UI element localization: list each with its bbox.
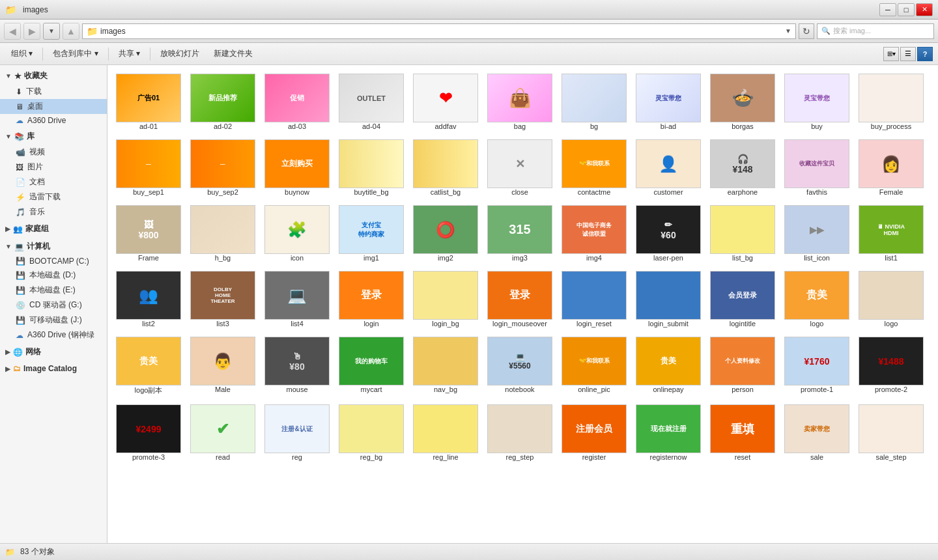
file-item[interactable]: 贵美onlinepay	[632, 333, 704, 399]
file-item[interactable]: 卖家带您sale	[781, 401, 853, 464]
file-item[interactable]: 我的购物车mycart	[335, 333, 407, 399]
up-button[interactable]: ▲	[63, 23, 79, 40]
sidebar-item-drive-e[interactable]: 💾 本地磁盘 (E:)	[0, 283, 107, 298]
file-item[interactable]: ❤addfav	[410, 70, 481, 133]
forward-button[interactable]: ▶	[23, 23, 40, 40]
sidebar-item-drive-g[interactable]: 💿 CD 驱动器 (G:)	[0, 298, 107, 313]
file-item[interactable]: 🤝和我联系contactme	[558, 136, 630, 199]
sidebar-item-xunlei[interactable]: ⚡ 迅雷下载	[0, 189, 107, 204]
file-item[interactable]: reg_step	[484, 401, 556, 464]
file-item[interactable]: sale_step	[855, 401, 927, 464]
file-item[interactable]: 个人资料修改person	[707, 333, 778, 399]
file-item[interactable]: h_bg	[187, 202, 259, 265]
file-item[interactable]: ✔read	[187, 401, 259, 464]
file-item[interactable]: 重填reset	[707, 401, 778, 464]
file-item[interactable]: logo	[855, 268, 927, 331]
sidebar-header-imagecatalog[interactable]: ▶ 🗂 Image Catalog	[0, 361, 107, 376]
file-item[interactable]: login_reset	[558, 268, 630, 331]
search-bar[interactable]: 🔍 搜索 imag...	[817, 23, 934, 39]
sidebar-header-network[interactable]: ▶ 🌐 网络	[0, 344, 107, 360]
file-item[interactable]: 👤customer	[632, 136, 704, 199]
file-item[interactable]: buytitle_bg	[335, 136, 407, 199]
maximize-button[interactable]: □	[898, 3, 915, 16]
file-item[interactable]: 🖼 ¥800Frame	[113, 202, 184, 265]
file-item[interactable]: ▶▶list_icon	[781, 202, 853, 265]
file-item[interactable]: ⭕img2	[410, 202, 481, 265]
sidebar-header-favorites[interactable]: ▼ ★ 收藏夹	[0, 68, 107, 84]
sidebar-item-drive-c[interactable]: 💾 BOOTCAMP (C:)	[0, 255, 107, 268]
file-item[interactable]: list_bg	[707, 202, 778, 265]
file-item[interactable]: 现在就注册registernow	[632, 401, 704, 464]
sidebar-item-downloads[interactable]: ⬇ 下载	[0, 84, 107, 99]
file-item[interactable]: nav_bg	[410, 333, 481, 399]
file-item[interactable]: 会员登录logintitle	[707, 268, 778, 331]
sidebar-item-videos[interactable]: 📹 视频	[0, 145, 107, 160]
share-button[interactable]: 共享 ▾	[113, 46, 146, 63]
view-help-btn[interactable]: ?	[917, 47, 933, 61]
file-item[interactable]: bg	[558, 70, 630, 133]
file-item[interactable]: 🎧 ¥148earphone	[707, 136, 778, 199]
minimize-button[interactable]: ─	[879, 3, 896, 16]
file-item[interactable]: 登录login_mouseover	[484, 268, 556, 331]
view-detail-btn[interactable]: ☰	[900, 47, 916, 61]
address-bar[interactable]: 📁 images ▼	[82, 23, 796, 39]
file-item[interactable]: 👜bag	[484, 70, 556, 133]
file-item[interactable]: 注册会员register	[558, 401, 630, 464]
file-item[interactable]: 促销ad-03	[261, 70, 333, 133]
file-item[interactable]: DOLBY HOME THEATERlist3	[187, 268, 259, 331]
file-item[interactable]: catlist_bg	[410, 136, 481, 199]
sidebar-item-documents[interactable]: 📄 文档	[0, 175, 107, 189]
file-item[interactable]: 🖥 NVIDIA HDMIlist1	[855, 202, 927, 265]
file-item[interactable]: 🤝和我联系online_pic	[558, 333, 630, 399]
file-item[interactable]: ¥1488promote-2	[855, 333, 927, 399]
file-item[interactable]: ─buy_sep2	[187, 136, 259, 199]
file-item[interactable]: 🖱 ¥80mouse	[261, 333, 333, 399]
sidebar-header-library[interactable]: ▼ 📚 库	[0, 128, 107, 145]
file-item[interactable]: reg_bg	[335, 401, 407, 464]
sidebar-item-pictures[interactable]: 🖼 图片	[0, 160, 107, 175]
refresh-button[interactable]: ↻	[799, 23, 814, 39]
address-dropdown[interactable]: ▼	[785, 27, 791, 35]
slideshow-button[interactable]: 放映幻灯片	[154, 46, 205, 63]
file-item[interactable]: 👩Female	[855, 136, 927, 199]
file-item[interactable]: 新品推荐ad-02	[187, 70, 259, 133]
file-item[interactable]: 贵美logo副本	[113, 333, 184, 399]
file-item[interactable]: 🧩icon	[261, 202, 333, 265]
file-content[interactable]: 广告01ad-01新品推荐ad-02促销ad-03OUTLETad-04❤add…	[107, 65, 938, 543]
file-item[interactable]: 广告01ad-01	[113, 70, 184, 133]
sidebar-item-music[interactable]: 🎵 音乐	[0, 204, 107, 219]
sidebar-item-a360drive2[interactable]: ☁ A360 Drive (钢神绿	[0, 328, 107, 343]
file-item[interactable]: ¥2499promote-3	[113, 401, 184, 464]
file-item[interactable]: 💻list4	[261, 268, 333, 331]
file-item[interactable]: ─buy_sep1	[113, 136, 184, 199]
sidebar-item-drive-d[interactable]: 💾 本地磁盘 (D:)	[0, 268, 107, 283]
file-item[interactable]: 灵宝带您bi-ad	[632, 70, 704, 133]
organize-button[interactable]: 组织 ▾	[5, 46, 38, 63]
file-item[interactable]: login_bg	[410, 268, 481, 331]
close-button[interactable]: ✕	[916, 3, 933, 16]
file-item[interactable]: buy_process	[855, 70, 927, 133]
recent-button[interactable]: ▼	[43, 23, 60, 40]
file-item[interactable]: reg_line	[410, 401, 481, 464]
file-item[interactable]: ¥1760promote-1	[781, 333, 853, 399]
include-lib-button[interactable]: 包含到库中 ▾	[47, 46, 104, 63]
file-item[interactable]: 🍲borgas	[707, 70, 778, 133]
file-item[interactable]: 登录login	[335, 268, 407, 331]
file-item[interactable]: 立刻购买buynow	[261, 136, 333, 199]
sidebar-item-drive-j[interactable]: 💾 可移动磁盘 (J:)	[0, 313, 107, 328]
file-item[interactable]: ✕close	[484, 136, 556, 199]
file-item[interactable]: 315img3	[484, 202, 556, 265]
sidebar-header-homegroup[interactable]: ▶ 👥 家庭组	[0, 221, 107, 237]
back-button[interactable]: ◀	[4, 23, 21, 40]
file-item[interactable]: ✏ ¥60laser-pen	[632, 202, 704, 265]
file-item[interactable]: 支付宝 特约商家img1	[335, 202, 407, 265]
file-item[interactable]: 中国电子商务 诚信联盟img4	[558, 202, 630, 265]
file-item[interactable]: 👨Male	[187, 333, 259, 399]
file-item[interactable]: 注册&认证reg	[261, 401, 333, 464]
file-item[interactable]: 贵美logo	[781, 268, 853, 331]
view-extra-btn[interactable]: ⊞▾	[883, 47, 899, 61]
sidebar-header-computer[interactable]: ▼ 💻 计算机	[0, 238, 107, 255]
file-item[interactable]: 💻 ¥5560notebook	[484, 333, 556, 399]
file-item[interactable]: login_submit	[632, 268, 704, 331]
file-item[interactable]: 收藏这件宝贝favthis	[781, 136, 853, 199]
